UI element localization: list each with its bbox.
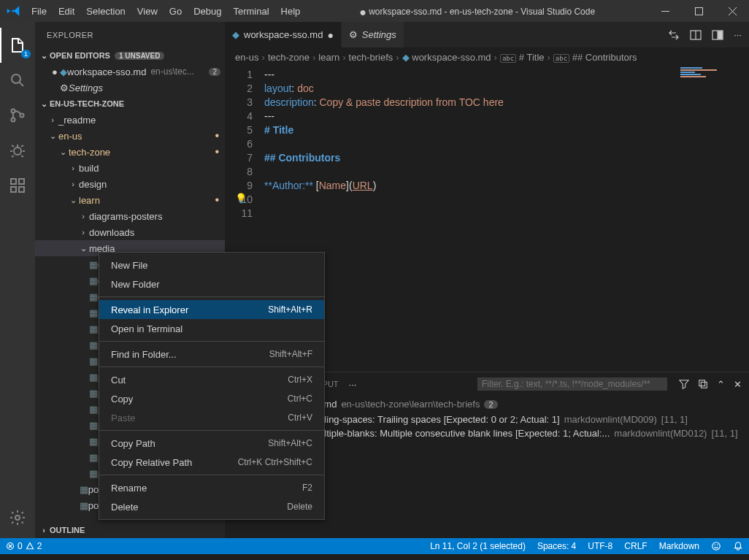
folder-item[interactable]: ⌄learn• [35, 192, 225, 208]
folder-item[interactable]: ⌄en-us• [35, 128, 225, 144]
context-menu-item[interactable]: New Folder [99, 275, 324, 294]
minimize-button[interactable] [648, 0, 682, 22]
status-feedback-icon[interactable] [705, 541, 727, 551]
open-editor-item[interactable]: ●◆ workspace-sso.mden-us\tec...2 [35, 64, 225, 80]
menu-help[interactable]: Help [275, 0, 307, 22]
menu-debug[interactable]: Debug [188, 0, 227, 22]
svg-rect-9 [19, 187, 24, 192]
app-logo [0, 4, 26, 18]
context-menu-item[interactable]: New File [99, 256, 324, 275]
context-menu-item[interactable]: CutCtrl+X [99, 370, 324, 389]
lightbulb-icon[interactable]: 💡 [235, 193, 247, 204]
status-bar: 0 2 Ln 11, Col 2 (1 selected) Spaces: 4 … [0, 538, 749, 554]
folder-item[interactable]: ›design [35, 176, 225, 192]
panel-filter-input[interactable] [477, 377, 667, 391]
svg-point-5 [20, 114, 24, 118]
compare-icon[interactable] [668, 29, 680, 41]
debug-icon[interactable] [0, 133, 35, 168]
folder-item[interactable]: ›build [35, 160, 225, 176]
svg-point-6 [14, 147, 21, 155]
status-eol[interactable]: CRLF [618, 541, 653, 551]
preview-icon[interactable] [690, 29, 702, 41]
svg-point-19 [715, 545, 715, 545]
svg-rect-10 [19, 179, 24, 184]
title-bar: FileEditSelectionViewGoDebugTerminalHelp… [0, 0, 749, 22]
svg-rect-7 [11, 179, 16, 184]
context-menu-item[interactable]: Open in Terminal [99, 319, 324, 338]
split-icon[interactable] [712, 29, 723, 41]
status-position[interactable]: Ln 11, Col 2 (1 selected) [424, 541, 531, 551]
folder-item[interactable]: ›downloads [35, 224, 225, 240]
editor-tab[interactable]: ◆workspace-sso.md● [225, 22, 342, 47]
close-button[interactable] [715, 0, 749, 22]
explorer-badge: 1 [21, 50, 31, 58]
context-menu-item[interactable]: Copy PathShift+Alt+C [99, 434, 324, 453]
status-spaces[interactable]: Spaces: 4 [531, 541, 582, 551]
activity-bar: 1 [0, 22, 35, 538]
status-lang[interactable]: Markdown [653, 541, 705, 551]
context-menu-item: PasteCtrl+V [99, 408, 324, 427]
menu-file[interactable]: File [26, 0, 53, 22]
status-encoding[interactable]: UTF-8 [582, 541, 618, 551]
status-errors[interactable]: 0 2 [0, 541, 47, 551]
open-editors-header[interactable]: ⌄OPEN EDITORS 1 UNSAVED [35, 47, 225, 64]
panel-close-icon[interactable]: ✕ [734, 379, 742, 390]
menu-go[interactable]: Go [164, 0, 188, 22]
sidebar-header: EXPLORER [35, 22, 225, 47]
svg-point-11 [15, 515, 20, 520]
filter-icon[interactable] [679, 379, 689, 390]
menu-terminal[interactable]: Terminal [227, 0, 274, 22]
svg-rect-14 [718, 31, 722, 39]
context-menu-item[interactable]: DeleteDelete [99, 497, 324, 516]
collapse-icon[interactable] [698, 379, 708, 390]
svg-point-2 [12, 74, 20, 83]
menu-selection[interactable]: Selection [80, 0, 131, 22]
context-menu-item[interactable]: Reveal in ExplorerShift+Alt+R [99, 300, 324, 319]
panel-up-icon[interactable]: ⌃ [717, 379, 725, 390]
source-control-icon[interactable] [0, 98, 35, 133]
svg-point-3 [12, 110, 15, 113]
context-menu-item[interactable]: CopyCtrl+C [99, 389, 324, 408]
folder-item[interactable]: ⌄tech-zone• [35, 144, 225, 160]
breadcrumbs[interactable]: en-us›tech-zone›learn›tech-briefs›◆ work… [225, 47, 749, 66]
extensions-icon[interactable] [0, 168, 35, 203]
workspace-header[interactable]: ⌄EN-US-TECH-ZONE [35, 96, 225, 112]
menu-view[interactable]: View [131, 0, 164, 22]
window-title: ● workspace-sso.md - en-us-tech-zone - V… [306, 4, 648, 18]
minimap[interactable] [680, 66, 739, 88]
editor-tab[interactable]: ⚙Settings [342, 22, 404, 47]
search-icon[interactable] [0, 63, 35, 98]
panel-more-icon[interactable]: ··· [349, 379, 357, 390]
svg-rect-16 [701, 382, 707, 388]
folder-item[interactable]: ›_readme [35, 112, 225, 128]
explorer-icon[interactable]: 1 [0, 28, 35, 63]
context-menu-item[interactable]: RenameF2 [99, 478, 324, 497]
svg-rect-0 [661, 11, 669, 12]
context-menu-item[interactable]: Find in Folder...Shift+Alt+F [99, 345, 324, 364]
svg-point-18 [712, 542, 721, 551]
context-menu: New FileNew FolderReveal in ExplorerShif… [99, 252, 325, 520]
outline-header[interactable]: ›OUTLINE [35, 522, 225, 538]
svg-rect-15 [699, 380, 705, 386]
more-icon[interactable]: ··· [734, 29, 742, 40]
svg-rect-8 [11, 187, 16, 192]
settings-icon[interactable] [0, 500, 35, 535]
context-menu-item[interactable]: Copy Relative PathCtrl+K Ctrl+Shift+C [99, 453, 324, 472]
open-editor-item[interactable]: ⚙ Settings [35, 80, 225, 96]
svg-point-20 [717, 545, 718, 545]
svg-point-4 [12, 118, 15, 122]
status-bell-icon[interactable] [727, 541, 749, 551]
maximize-button[interactable] [682, 0, 715, 22]
folder-item[interactable]: ›diagrams-posters [35, 208, 225, 224]
svg-rect-1 [695, 7, 702, 15]
menu-edit[interactable]: Edit [53, 0, 80, 22]
editor-tabs: ◆workspace-sso.md●⚙Settings ··· [225, 22, 749, 47]
